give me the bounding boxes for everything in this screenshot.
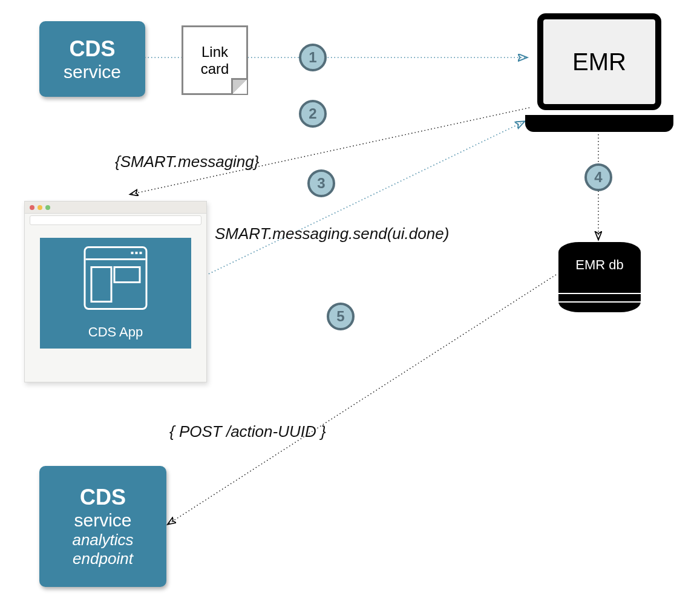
- cds-app-panel: CDS App: [40, 238, 191, 349]
- cds-service2-line4: endpoint: [73, 549, 133, 568]
- cds-service-box-bottom: CDS service analytics endpoint: [39, 466, 166, 587]
- step-badge-5: 5: [327, 303, 355, 330]
- emr-laptop-icon: EMR: [525, 13, 673, 134]
- traffic-light-icons: [30, 205, 50, 210]
- dot-red-icon: [30, 205, 34, 210]
- cds-service-box-top: CDS service: [39, 21, 145, 97]
- emr-db-icon: EMR db: [558, 242, 641, 312]
- arrow-5: [168, 275, 556, 524]
- step-badge-4: 4: [584, 163, 612, 191]
- cds-service-line1: CDS: [69, 36, 115, 62]
- step-badge-1: 1: [299, 44, 327, 71]
- cds-service2-line2: service: [74, 510, 131, 531]
- emr-label: EMR: [572, 48, 626, 76]
- link-card-line1: Link: [201, 44, 228, 61]
- annotation-smart-context: {SMART.messaging}: [115, 152, 259, 171]
- dot-green-icon: [45, 205, 50, 210]
- link-card-line2: card: [201, 61, 229, 77]
- cds-service-line2: service: [64, 62, 121, 82]
- annotation-post-action: { POST /action-UUID }: [169, 422, 326, 441]
- browser-address-bar: [30, 215, 201, 225]
- cds-service2-line1: CDS: [80, 485, 126, 510]
- annotation-smart-send: SMART.messaging.send(ui.done): [215, 224, 449, 243]
- cds-app-caption: CDS App: [40, 324, 191, 340]
- browser-topbar: [25, 202, 206, 214]
- step-badge-3: 3: [307, 169, 335, 197]
- link-card: Link card: [182, 25, 248, 95]
- dot-yellow-icon: [38, 205, 42, 210]
- app-window-icon: [84, 246, 148, 310]
- step-badge-2: 2: [299, 100, 327, 128]
- emr-db-label: EMR db: [558, 257, 641, 273]
- page-fold-icon: [231, 78, 247, 94]
- cds-app-browser: CDS App: [24, 201, 207, 382]
- cds-service2-line3: analytics: [72, 531, 133, 549]
- arrow-3: [206, 122, 524, 275]
